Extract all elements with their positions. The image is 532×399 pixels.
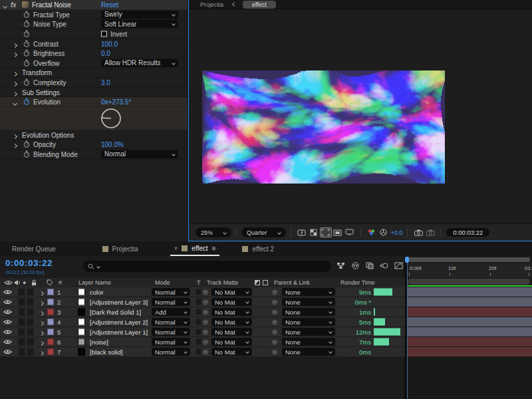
column-track-matte[interactable]: Track Matte: [207, 279, 238, 286]
audio-column-speaker-icon[interactable]: [14, 279, 21, 286]
layer-track-bar[interactable]: [408, 287, 532, 297]
stopwatch-keyframe-icon[interactable]: [23, 98, 30, 106]
region-of-interest-icon[interactable]: [320, 227, 332, 237]
preserve-transparency-box[interactable]: [196, 309, 201, 315]
eye-icon[interactable]: [3, 319, 12, 325]
label-swatch[interactable]: [47, 329, 54, 335]
layer-expander-icon[interactable]: [39, 311, 44, 316]
parent-pickwhip-icon[interactable]: ◎: [272, 319, 277, 325]
track-matte-pickwhip-icon[interactable]: ◎: [203, 309, 208, 315]
layer-row-4[interactable]: 4 [Adjustment Layer 2] Normal ◎ No Mat ◎…: [0, 317, 405, 327]
parent-link-dropdown[interactable]: None: [282, 328, 335, 336]
switch-box[interactable]: [27, 309, 34, 316]
time-ruler[interactable]: 0:00f 10f 20f 01:00f: [408, 263, 532, 278]
eye-icon[interactable]: [3, 299, 12, 305]
contrast-value[interactable]: 100.0: [101, 40, 118, 47]
stopwatch-icon[interactable]: [23, 20, 30, 28]
layer-name[interactable]: [Adjustment Layer 1]: [90, 329, 148, 336]
track-matte-pickwhip-icon[interactable]: ◎: [203, 319, 208, 325]
video-column-eye-icon[interactable]: [4, 280, 13, 285]
graph-editor-icon[interactable]: [394, 262, 403, 269]
expander-chevron-icon[interactable]: [13, 144, 17, 148]
expander-chevron-icon[interactable]: [13, 53, 17, 57]
show-snapshot-icon[interactable]: [424, 227, 436, 237]
layer-expander-icon[interactable]: [39, 291, 44, 296]
layer-row-3[interactable]: 3 [Dark Red Solid 1] Add ◎ No Mat ◎ None…: [0, 307, 405, 317]
tab-effect-active[interactable]: × effect ≡: [170, 242, 220, 256]
parent-pickwhip-icon[interactable]: ◎: [272, 338, 277, 345]
fractal-type-dropdown[interactable]: Swirly: [101, 11, 178, 19]
track-matte-pickwhip-icon[interactable]: ◎: [203, 348, 208, 355]
switch-box[interactable]: [27, 319, 34, 326]
parent-link-dropdown[interactable]: None: [282, 288, 335, 296]
stopwatch-icon[interactable]: [23, 40, 30, 48]
layer-row-6[interactable]: 6 [noise] Normal ◎ No Mat ◎ None 7ms: [0, 337, 405, 346]
layer-name[interactable]: [Adjustment Layer 2]: [90, 319, 148, 326]
layer-track-bar[interactable]: [408, 347, 532, 356]
tab-menu-icon[interactable]: ≡: [212, 245, 216, 252]
stopwatch-icon[interactable]: [23, 140, 30, 148]
layer-name[interactable]: [Adjustment Layer 3]: [90, 299, 148, 306]
layer-name[interactable]: [Dark Red Solid 1]: [90, 309, 141, 316]
layer-row-2[interactable]: 2 [Adjustment Layer 3] Normal ◎ No Mat ◎…: [0, 297, 405, 307]
switch-box[interactable]: [18, 329, 25, 336]
layer-name[interactable]: color: [90, 289, 104, 296]
parent-link-dropdown[interactable]: None: [282, 338, 335, 346]
stopwatch-icon[interactable]: [23, 78, 30, 86]
comp-mini-flowchart-icon[interactable]: [336, 262, 345, 269]
matte-preserve-icon[interactable]: [255, 280, 260, 285]
magnification-dropdown[interactable]: 25%: [196, 227, 231, 237]
exposure-value[interactable]: +0.0: [391, 229, 403, 236]
stopwatch-icon[interactable]: [23, 30, 30, 38]
layer-expander-icon[interactable]: [39, 331, 44, 336]
column-parent-link[interactable]: Parent & Link: [274, 279, 310, 286]
label-swatch[interactable]: [47, 338, 54, 345]
layer-expander-icon[interactable]: [39, 341, 44, 346]
brightness-value[interactable]: 0.0: [101, 50, 110, 57]
eye-icon[interactable]: [3, 309, 12, 315]
blend-mode-dropdown[interactable]: Add: [152, 308, 190, 316]
label-swatch[interactable]: [47, 319, 54, 325]
label-swatch[interactable]: [47, 299, 54, 305]
exposure-shutter-icon[interactable]: [378, 227, 390, 237]
track-matte-pickwhip-icon[interactable]: ◎: [203, 338, 208, 345]
eye-icon[interactable]: [3, 329, 12, 334]
motion-blur-icon[interactable]: [380, 262, 388, 269]
effect-heading-row[interactable]: fx Fractal Noise Reset: [0, 0, 188, 10]
mask-visibility-icon[interactable]: [332, 227, 344, 237]
current-timecode[interactable]: 0:00:03:22: [5, 258, 53, 268]
resolution-dropdown[interactable]: Quarter: [241, 227, 286, 237]
layer-row-5[interactable]: 5 [Adjustment Layer 1] Normal ◎ No Mat ◎…: [0, 327, 405, 336]
comp-timecode[interactable]: 0:00:03:22: [446, 228, 489, 237]
tab-effect-2[interactable]: effect 2: [238, 242, 278, 256]
expander-chevron-icon[interactable]: [13, 72, 17, 76]
layer-track-bar[interactable]: [408, 307, 532, 317]
parent-link-dropdown[interactable]: None: [282, 298, 335, 306]
preview-settings-icon[interactable]: [296, 227, 308, 237]
channel-rgb-icon[interactable]: [366, 227, 378, 237]
switch-box[interactable]: [18, 338, 25, 346]
track-matte-pickwhip-icon[interactable]: ◎: [203, 299, 208, 305]
preserve-transparency-box[interactable]: [196, 299, 201, 305]
preserve-transparency-box[interactable]: [196, 329, 201, 335]
parent-pickwhip-icon[interactable]: ◎: [272, 289, 277, 295]
column-t-switch[interactable]: T: [197, 279, 201, 286]
label-column-tag-icon[interactable]: [47, 279, 53, 286]
layer-number-column-icon[interactable]: #: [59, 279, 62, 286]
expander-chevron-icon[interactable]: [13, 134, 17, 139]
switch-box[interactable]: [27, 329, 34, 336]
switch-box[interactable]: [18, 299, 25, 306]
blend-mode-dropdown[interactable]: Normal: [152, 328, 190, 336]
solo-column-icon[interactable]: ●: [23, 279, 26, 286]
blend-mode-dropdown[interactable]: Normal: [152, 348, 190, 356]
blend-mode-dropdown[interactable]: Normal: [152, 288, 190, 296]
label-swatch[interactable]: [47, 348, 54, 355]
reset-effect-link[interactable]: Reset: [101, 1, 118, 9]
track-matte-dropdown[interactable]: No Mat: [211, 328, 252, 336]
track-matte-dropdown[interactable]: No Mat: [211, 298, 252, 306]
track-matte-pickwhip-icon[interactable]: ◎: [203, 329, 208, 335]
transparency-grid-icon[interactable]: [308, 227, 320, 237]
parent-pickwhip-icon[interactable]: ◎: [272, 299, 277, 305]
collapse-chevron-icon[interactable]: [13, 101, 17, 106]
track-matte-dropdown[interactable]: No Mat: [211, 348, 252, 356]
